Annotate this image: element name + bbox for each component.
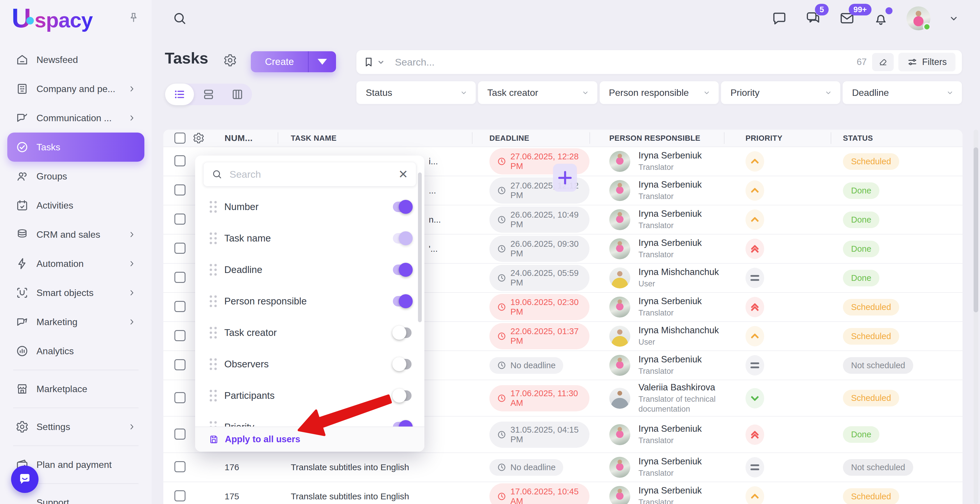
status-badge[interactable]: Done <box>843 211 880 228</box>
task-name[interactable]: ... <box>429 185 436 195</box>
row-checkbox[interactable] <box>174 392 186 403</box>
filter-select[interactable]: Person responsible <box>600 81 719 104</box>
priority-indicator[interactable] <box>746 326 764 346</box>
row-checkbox[interactable] <box>174 184 186 195</box>
page-scrollbar-thumb[interactable] <box>974 147 978 312</box>
row-checkbox[interactable] <box>174 301 186 312</box>
status-badge[interactable]: Done <box>843 241 880 257</box>
priority-indicator[interactable] <box>746 151 764 171</box>
priority-indicator[interactable] <box>746 486 764 504</box>
filter-select[interactable]: Priority <box>721 81 840 104</box>
filter-select[interactable]: Deadline <box>843 81 962 104</box>
drag-handle-icon[interactable] <box>208 200 218 214</box>
column-toggle-row[interactable]: Priority <box>195 411 425 426</box>
column-toggle[interactable] <box>393 265 412 275</box>
list-view-button[interactable] <box>165 84 194 105</box>
status-badge[interactable]: Done <box>843 426 880 443</box>
row-checkbox[interactable] <box>174 272 186 283</box>
person-name[interactable]: Iryna Serbeniuk <box>638 179 702 190</box>
columns-view-button[interactable] <box>223 84 252 105</box>
status-badge[interactable]: Scheduled <box>843 153 899 170</box>
task-name[interactable]: n... <box>429 215 441 225</box>
priority-indicator[interactable] <box>746 355 764 376</box>
popup-scrollbar[interactable] <box>418 173 422 322</box>
person-name[interactable]: Iryna Serbeniuk <box>638 456 702 467</box>
column-toggle-row[interactable]: Participants <box>195 380 425 411</box>
sidebar-item[interactable]: Smart objects <box>7 278 145 307</box>
sidebar-item[interactable]: Analytics <box>7 336 145 366</box>
popup-search-input[interactable] <box>229 168 398 180</box>
profile-avatar[interactable] <box>907 6 931 30</box>
clear-search-eraser-icon[interactable] <box>872 53 894 71</box>
create-button[interactable]: Create <box>251 51 336 72</box>
status-badge[interactable]: Not scheduled <box>843 459 913 476</box>
column-header-number[interactable]: NUM... <box>217 130 278 147</box>
sidebar-item[interactable]: Automation <box>7 249 145 278</box>
person-name[interactable]: Iryna Serbeniuk <box>638 238 702 248</box>
status-badge[interactable]: Scheduled <box>843 488 899 504</box>
drag-handle-icon[interactable] <box>208 231 218 245</box>
drag-handle-icon[interactable] <box>208 420 218 426</box>
close-icon[interactable]: ✕ <box>398 168 408 180</box>
notifications-bell-icon[interactable] <box>873 10 889 27</box>
column-toggle[interactable] <box>393 201 412 212</box>
drag-handle-icon[interactable] <box>208 357 218 371</box>
column-header-task-name[interactable]: TASK NAME <box>278 130 472 147</box>
row-checkbox[interactable] <box>174 490 186 501</box>
filters-button[interactable]: Filters <box>898 53 956 71</box>
task-name[interactable]: Translate subtitles into English <box>291 462 409 472</box>
row-checkbox[interactable] <box>174 155 186 166</box>
sidebar-item[interactable]: Settings <box>7 412 145 441</box>
sidebar-item[interactable]: Company and pe... <box>7 74 145 103</box>
column-header-status[interactable]: STATUS <box>830 130 963 147</box>
drag-handle-icon[interactable] <box>208 388 218 403</box>
person-name[interactable]: Iryna Serbeniuk <box>638 209 702 219</box>
column-toggle[interactable] <box>393 422 412 426</box>
person-name[interactable]: Iryna Mishchanchuk <box>638 267 719 277</box>
priority-indicator[interactable] <box>746 457 764 477</box>
column-header-person[interactable]: PERSON RESPONSIBLE <box>589 130 724 147</box>
column-toggle-row[interactable]: Observers <box>195 349 425 380</box>
person-name[interactable]: Valeriia Bashkirova <box>638 382 716 393</box>
person-name[interactable]: Iryna Serbeniuk <box>638 296 702 306</box>
person-name[interactable]: Iryna Mishchanchuk <box>638 325 719 336</box>
row-checkbox[interactable] <box>174 242 186 254</box>
uspacy-logo[interactable]: Uspacy <box>12 5 93 32</box>
column-toggle[interactable] <box>393 233 412 244</box>
search-icon[interactable] <box>172 11 187 26</box>
row-checkbox[interactable] <box>174 214 186 225</box>
support-chat-button[interactable] <box>11 466 38 493</box>
column-toggle[interactable] <box>393 296 412 306</box>
row-checkbox[interactable] <box>174 428 186 440</box>
profile-chevron-down-icon[interactable] <box>948 13 959 24</box>
row-checkbox[interactable] <box>174 461 186 472</box>
sidebar-item[interactable]: Newsfeed <box>7 45 145 74</box>
status-badge[interactable]: Done <box>843 270 880 286</box>
drag-handle-icon[interactable] <box>208 294 218 308</box>
column-toggle-row[interactable]: Person responsible <box>195 285 425 317</box>
task-name[interactable]: '... <box>429 244 438 254</box>
table-row[interactable]: 176 Translate subtitles into English No … <box>163 453 963 482</box>
priority-indicator[interactable] <box>746 388 764 409</box>
priority-indicator[interactable] <box>746 268 764 288</box>
status-badge[interactable]: Scheduled <box>843 328 899 345</box>
mail-icon[interactable]: 99+ <box>839 10 855 27</box>
column-toggle-row[interactable]: Deadline <box>195 254 425 285</box>
priority-indicator[interactable] <box>746 425 764 445</box>
filter-select[interactable]: Task creator <box>478 81 597 104</box>
row-checkbox[interactable] <box>174 359 186 370</box>
drag-handle-icon[interactable] <box>208 326 218 340</box>
select-all-checkbox[interactable] <box>174 133 186 144</box>
priority-indicator[interactable] <box>746 209 764 230</box>
column-toggle-row[interactable]: Task name <box>195 223 425 254</box>
drag-handle-icon[interactable] <box>208 263 218 277</box>
status-badge[interactable]: Scheduled <box>843 390 899 406</box>
column-toggle-row[interactable]: Task creator <box>195 317 425 349</box>
priority-indicator[interactable] <box>746 239 764 259</box>
sidebar-item[interactable]: Activities <box>7 191 145 220</box>
task-name[interactable]: Translate subtitles into English <box>291 491 409 501</box>
person-name[interactable]: Iryna Serbeniuk <box>638 485 702 496</box>
column-toggle[interactable] <box>393 390 412 401</box>
priority-indicator[interactable] <box>746 297 764 317</box>
task-name[interactable]: i... <box>429 157 438 166</box>
